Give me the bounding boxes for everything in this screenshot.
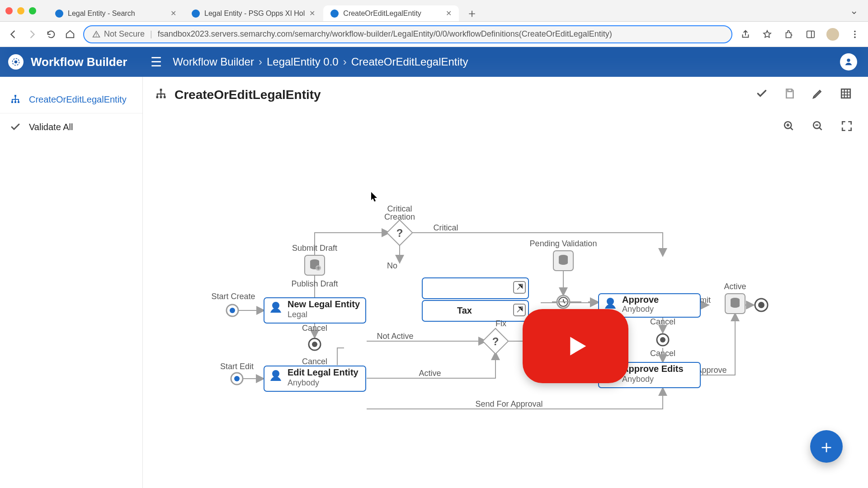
tabs-container: Legal Entity - Search ✕ Legal Entity - P… [48, 0, 843, 21]
reload-icon [46, 29, 56, 39]
task-tax[interactable]: Tax [422, 300, 528, 321]
app-header: Workflow Builder ☰ Workflow Builder › Le… [0, 47, 868, 77]
svg-point-4 [854, 36, 856, 38]
breadcrumb-item[interactable]: LegalEntity 0.0 [267, 56, 339, 68]
tab-close-icon[interactable]: ✕ [309, 9, 315, 18]
add-fab-button[interactable]: ＋ [810, 430, 843, 463]
back-button[interactable] [7, 28, 19, 40]
edge-label: Cancel [302, 324, 327, 333]
edge-label: No [387, 261, 397, 270]
start-create-label: Start Create [211, 292, 255, 301]
task-title: Approve Edits [622, 364, 684, 374]
svg-point-5 [14, 61, 18, 64]
profile-avatar[interactable] [826, 28, 839, 41]
user-avatar[interactable] [840, 53, 857, 70]
task-sub: Legal [288, 310, 307, 319]
sidebar-item-workflow[interactable]: CreateOrEditLegalEntity [0, 88, 142, 111]
svg-rect-29 [422, 300, 528, 321]
breadcrumb: Workflow Builder › LegalEntity 0.0 › Cre… [173, 56, 468, 68]
browser-menu-button[interactable] [849, 28, 861, 40]
task-title: Approve [622, 295, 659, 305]
svg-text:?: ? [492, 335, 499, 347]
brand-logo-icon [8, 54, 24, 70]
side-panel-button[interactable] [805, 28, 816, 40]
security-chip[interactable]: Not Secure [92, 29, 145, 39]
gateway-label: Critical [387, 204, 412, 213]
tree-icon [10, 94, 21, 105]
window-minimize-icon[interactable] [17, 7, 24, 14]
edge-label: Not Active [377, 332, 413, 341]
start-edit-label: Start Edit [220, 362, 254, 371]
sidebar-item-label: CreateOrEditLegalEntity [29, 94, 127, 105]
breadcrumb-item[interactable]: CreateOrEditLegalEntity [351, 56, 468, 68]
svg-point-37 [607, 298, 614, 305]
chevron-right-icon: › [343, 56, 347, 68]
svg-point-2 [854, 30, 856, 32]
svg-rect-8 [14, 95, 16, 97]
svg-point-3 [854, 33, 856, 35]
warning-icon [92, 30, 100, 38]
favicon-icon [330, 9, 339, 18]
browser-tab-2[interactable]: Legal Entity - PSG Opps XI Hol ✕ [184, 5, 322, 21]
edge-label: Approve [696, 366, 726, 375]
panel-icon [806, 29, 816, 39]
service-label: Publish Draft [291, 279, 338, 288]
task-title: Edit Legal Entity [288, 367, 359, 377]
browser-tab-strip: Legal Entity - Search ✕ Legal Entity - P… [0, 0, 868, 22]
svg-point-27 [312, 342, 317, 347]
forward-button[interactable] [26, 28, 38, 40]
divider [0, 113, 142, 113]
browser-tab-3[interactable]: CreateOrEditLegalEntity ✕ [323, 5, 459, 21]
arrow-right-icon [27, 29, 37, 39]
service-label: Pending Validation [530, 239, 597, 248]
reload-button[interactable] [45, 28, 57, 40]
edge-label: Critical [433, 223, 458, 232]
tab-title: Legal Entity - Search [68, 9, 166, 18]
tab-close-icon[interactable]: ✕ [170, 9, 176, 18]
star-icon [762, 29, 772, 39]
security-label: Not Secure [104, 29, 145, 39]
tab-close-icon[interactable]: ✕ [446, 9, 452, 18]
bookmark-button[interactable] [761, 28, 773, 40]
canvas-panel: CreateOrEditLegalEntity [143, 77, 868, 488]
share-icon [741, 29, 750, 39]
tab-title: Legal Entity - PSG Opps XI Hol [204, 9, 305, 18]
video-play-button[interactable] [523, 309, 628, 383]
svg-point-22 [272, 302, 279, 309]
edge-label: Cancel [302, 357, 327, 366]
sidebar-item-label: Validate All [29, 122, 73, 132]
favicon-icon [192, 9, 200, 18]
extensions-button[interactable] [783, 28, 795, 40]
task-edit-legal-entity[interactable]: Edit Legal Entity Anybody [264, 366, 366, 391]
sidebar-item-validate-all[interactable]: Validate All [0, 115, 142, 139]
svg-point-0 [96, 35, 97, 36]
person-icon [844, 57, 854, 67]
window-close-icon[interactable] [5, 7, 13, 14]
workflow-canvas[interactable]: Critical No Cancel Cancel Active Not Act… [143, 77, 868, 488]
url-text: fsandbox2023.servers.semarchy.com/semarc… [158, 29, 612, 39]
kebab-icon [850, 29, 860, 39]
window-zoom-icon[interactable] [29, 7, 36, 14]
tab-title: CreateOrEditLegalEntity [343, 9, 441, 18]
svg-rect-31 [422, 278, 528, 299]
task-open-link[interactable] [422, 278, 528, 299]
menu-button[interactable]: ☰ [151, 55, 162, 70]
task-sub: Anybody [622, 305, 654, 314]
breadcrumb-item[interactable]: Workflow Builder [173, 56, 254, 68]
address-bar[interactable]: Not Secure | fsandbox2023.servers.semarc… [83, 25, 732, 43]
tab-overflow-icon[interactable]: ⌄ [850, 5, 863, 17]
new-tab-button[interactable]: ＋ [460, 5, 484, 21]
browser-tab-1[interactable]: Legal Entity - Search ✕ [48, 5, 184, 21]
home-button[interactable] [64, 28, 76, 40]
share-button[interactable] [740, 28, 751, 40]
task-new-legal-entity[interactable]: New Legal Entity Legal [264, 298, 366, 323]
sidebar: CreateOrEditLegalEntity Validate All [0, 77, 143, 488]
svg-rect-11 [18, 101, 19, 103]
main-area: CreateOrEditLegalEntity Validate All Cre… [0, 77, 868, 488]
toolbar-right [740, 28, 861, 41]
svg-rect-9 [11, 101, 13, 103]
service-label: Active [724, 282, 746, 291]
check-icon [10, 122, 21, 132]
task-title: Tax [457, 305, 472, 315]
plus-icon: ＋ [817, 434, 835, 459]
